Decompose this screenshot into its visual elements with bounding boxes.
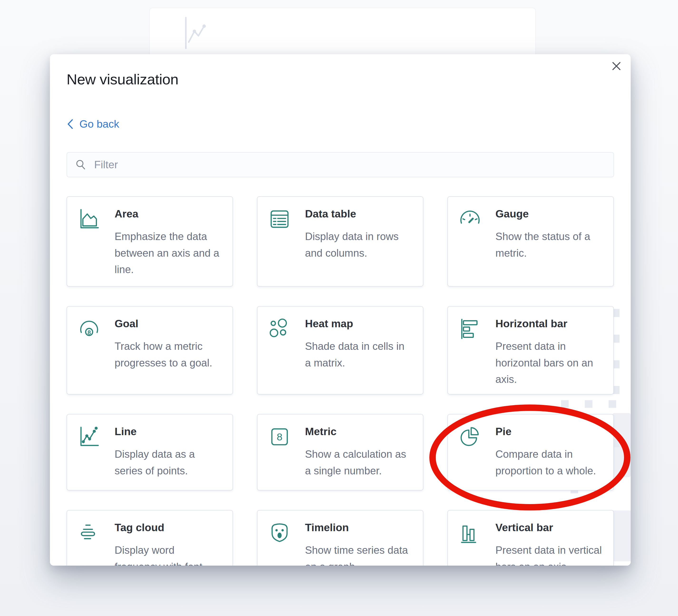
vis-card-title: Horizontal bar (495, 317, 603, 330)
filter-input[interactable] (94, 158, 605, 171)
gauge-icon (458, 208, 482, 276)
vis-card-description: Emphasize the data between an axis and a… (115, 228, 222, 278)
vis-card-line[interactable]: Line Display data as a series of points. (67, 414, 233, 491)
vis-card-title: Pie (495, 425, 603, 438)
tag-cloud-icon (77, 522, 101, 566)
vis-card-title: Goal (115, 317, 222, 330)
pie-chart-icon (458, 425, 482, 480)
vis-card-description: Track how a metric progresses to a goal. (115, 338, 222, 371)
close-icon (611, 61, 622, 71)
horizontal-bar-icon (458, 317, 482, 384)
vis-card-tag-cloud[interactable]: Tag cloud Display word frequency with fo… (67, 510, 233, 566)
vis-card-description: Shade data in cells in a matrix. (305, 338, 412, 371)
vis-card-data-table[interactable]: Data table Display data in rows and colu… (257, 196, 423, 286)
modal-title: New visualization (67, 71, 179, 88)
vis-card-title: Heat map (305, 317, 412, 330)
svg-text:8: 8 (277, 431, 282, 442)
vis-card-title: Line (115, 425, 222, 438)
vis-card-title: Tag cloud (115, 522, 222, 534)
go-back-link[interactable]: Go back (67, 118, 119, 130)
vis-card-metric[interactable]: 8 Metric Show a calculation as a single … (257, 414, 423, 491)
vis-card-gauge[interactable]: Gauge Show the status of a metric. (447, 196, 614, 286)
data-table-icon (268, 208, 291, 276)
vis-card-horizontal-bar[interactable]: Horizontal bar Present data in horizonta… (447, 306, 614, 394)
new-visualization-modal: New visualization Go back Area Emphasize… (50, 54, 631, 566)
vertical-bar-icon (458, 522, 482, 566)
vis-card-description: Show time series data on a graph. (305, 542, 412, 566)
vis-card-title: Vertical bar (495, 522, 603, 534)
goal-icon: 8 (77, 317, 101, 384)
vis-card-description: Show a calculation as a single number. (305, 446, 412, 479)
vis-type-grid: Area Emphasize the data between an axis … (67, 196, 614, 566)
metric-icon: 8 (268, 425, 291, 480)
line-chart-icon (77, 425, 101, 480)
vis-card-title: Timelion (305, 522, 412, 534)
heat-map-icon (268, 317, 291, 384)
vis-card-pie[interactable]: Pie Compare data in proportion to a whol… (447, 414, 614, 491)
area-chart-icon (77, 208, 101, 276)
timelion-icon (268, 522, 291, 566)
svg-text:8: 8 (87, 329, 91, 336)
vis-card-area[interactable]: Area Emphasize the data between an axis … (67, 196, 233, 286)
vis-card-description: Display data in rows and columns. (305, 228, 412, 261)
vis-card-heat-map[interactable]: Heat map Shade data in cells in a matrix… (257, 306, 423, 394)
vis-card-title: Gauge (495, 208, 603, 220)
background-chart-icon (182, 15, 211, 50)
vis-card-description: Show the status of a metric. (495, 228, 603, 261)
vis-card-description: Display data as a series of points. (115, 446, 222, 479)
vis-card-vertical-bar[interactable]: Vertical bar Present data in vertical ba… (447, 510, 614, 566)
vis-card-description: Compare data in proportion to a whole. (495, 446, 603, 479)
vis-card-goal[interactable]: 8 Goal Track how a metric progresses to … (67, 306, 233, 394)
vis-card-description: Present data in vertical bars on an axis… (495, 542, 603, 566)
vis-card-description: Present data in horizontal bars on an ax… (495, 338, 603, 388)
close-button[interactable] (611, 61, 622, 72)
filter-field (67, 152, 614, 177)
vis-card-title: Data table (305, 208, 412, 220)
vis-card-description: Display word frequency with font size. (115, 542, 222, 566)
vis-card-title: Area (115, 208, 222, 220)
vis-card-title: Metric (305, 425, 412, 438)
go-back-label: Go back (79, 118, 119, 130)
search-icon (75, 159, 86, 170)
chevron-left-icon (67, 119, 73, 129)
vis-card-timelion[interactable]: Timelion Show time series data on a grap… (257, 510, 423, 566)
